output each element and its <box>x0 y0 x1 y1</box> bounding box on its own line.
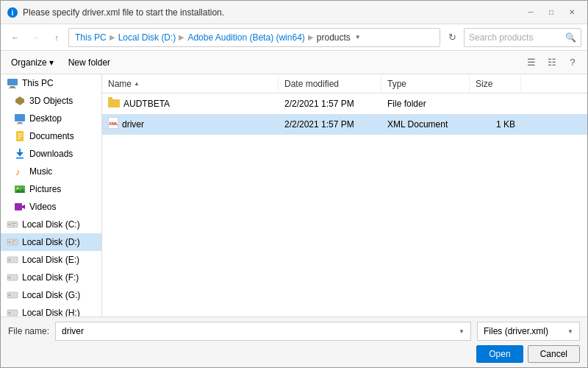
bottom-bar: File name: driver ▼ Files (driver.xml) ▼… <box>1 316 587 367</box>
file-list-header: Name ▲ Date modified Type Size <box>102 74 587 93</box>
filename-input[interactable]: driver ▼ <box>55 322 471 341</box>
sidebar-item-pictures[interactable]: Pictures <box>1 180 101 198</box>
cancel-button[interactable]: Cancel <box>528 345 580 363</box>
file-list-body: AUDTBETA 2/2/2021 1:57 PM File folder XM… <box>102 93 587 316</box>
sidebar-item-downloads[interactable]: Downloads <box>1 145 101 163</box>
svg-rect-26 <box>12 225 15 226</box>
toolbar: Organize ▾ New folder ☰ ☷ ? <box>1 51 587 74</box>
breadcrumb-this-pc[interactable]: This PC <box>75 32 107 43</box>
svg-point-24 <box>9 224 11 226</box>
sidebar-label-documents: Documents <box>29 131 74 141</box>
sidebar-item-3d-objects[interactable]: 3D Objects <box>1 92 101 110</box>
file-modified-audtbeta: 2/2/2021 1:57 PM <box>279 99 381 109</box>
close-button[interactable]: ✕ <box>562 5 581 20</box>
title-bar: i Please specify driver.xml file to star… <box>1 1 587 24</box>
forward-button[interactable]: → <box>27 29 45 46</box>
new-folder-button[interactable]: New folder <box>64 55 115 70</box>
svg-marker-15 <box>17 152 23 156</box>
downloads-icon <box>14 148 26 160</box>
file-modified-driver: 2/2/2021 1:57 PM <box>279 119 381 130</box>
breadcrumb-dropdown-icon[interactable]: ▼ <box>355 34 361 40</box>
sidebar-label-local-disk-f: Local Disk (F:) <box>22 272 79 283</box>
svg-rect-8 <box>17 124 23 124</box>
local-disk-d-icon <box>7 236 18 248</box>
table-row[interactable]: AUDTBETA 2/2/2021 1:57 PM File folder <box>102 93 587 114</box>
breadcrumb[interactable]: This PC ▶ Local Disk (D:) ▶ Adobe Auditi… <box>68 28 440 47</box>
local-disk-c-icon <box>7 219 18 230</box>
breadcrumb-current: products <box>317 32 351 43</box>
column-header-name[interactable]: Name ▲ <box>102 76 279 92</box>
sidebar-label-videos: Videos <box>29 202 56 212</box>
local-disk-f-icon <box>7 272 18 283</box>
refresh-button[interactable]: ↻ <box>443 29 461 46</box>
view-tiles-button[interactable]: ☷ <box>543 54 561 71</box>
filetype-select[interactable]: Files (driver.xml) ▼ <box>477 322 580 341</box>
svg-point-32 <box>9 259 11 261</box>
svg-point-34 <box>9 277 11 279</box>
sidebar-item-videos[interactable]: Videos <box>1 198 101 216</box>
filetype-dropdown-icon: ▼ <box>567 328 573 335</box>
svg-rect-3 <box>10 86 15 88</box>
back-button[interactable]: ← <box>7 29 24 46</box>
sidebar-label-local-disk-c: Local Disk (C:) <box>22 219 80 230</box>
svg-point-36 <box>9 294 11 297</box>
search-placeholder: Search products <box>469 32 533 43</box>
sidebar-item-local-disk-e[interactable]: Local Disk (E:) <box>1 251 101 269</box>
filetype-label: Files (driver.xml) <box>484 326 548 336</box>
search-box[interactable]: Search products 🔍 <box>464 28 581 47</box>
pictures-icon <box>14 183 26 195</box>
sidebar-item-local-disk-h[interactable]: Local Disk (H:) <box>1 304 101 316</box>
filename-label: File name: <box>8 326 49 336</box>
svg-rect-47 <box>108 97 112 100</box>
column-name-label: Name <box>108 79 132 89</box>
sidebar-label-music: Music <box>29 166 52 177</box>
table-row[interactable]: XML driver 2/2/2021 1:57 PM XML Document… <box>102 114 587 135</box>
column-type-label: Type <box>387 79 406 89</box>
sidebar-item-music[interactable]: ♪ Music <box>1 163 101 180</box>
sidebar-label-local-disk-d: Local Disk (D:) <box>22 237 80 247</box>
svg-point-28 <box>9 241 11 244</box>
column-header-size[interactable]: Size <box>470 76 521 92</box>
svg-rect-46 <box>108 99 113 107</box>
svg-point-38 <box>9 312 11 314</box>
sidebar-item-local-disk-c[interactable]: Local Disk (C:) <box>1 216 101 233</box>
sidebar-label-downloads: Downloads <box>29 149 73 159</box>
music-icon: ♪ <box>14 166 26 177</box>
column-header-modified[interactable]: Date modified <box>279 76 381 92</box>
sidebar-label-local-disk-h: Local Disk (H:) <box>22 308 80 316</box>
address-bar: ← → ↑ This PC ▶ Local Disk (D:) ▶ Adobe … <box>1 24 587 51</box>
svg-rect-30 <box>12 243 15 244</box>
open-button[interactable]: Open <box>476 345 523 363</box>
3d-objects-icon <box>14 95 26 107</box>
sidebar-item-this-pc[interactable]: This PC <box>1 74 101 92</box>
svg-marker-22 <box>22 205 25 209</box>
sidebar-item-local-disk-g[interactable]: Local Disk (G:) <box>1 286 101 304</box>
up-button[interactable]: ↑ <box>48 29 65 46</box>
sidebar-item-local-disk-f[interactable]: Local Disk (F:) <box>1 269 101 286</box>
action-row: Open Cancel <box>8 345 580 363</box>
breadcrumb-adobe-audition[interactable]: Adobe Audition (Beta) (win64) <box>187 32 304 43</box>
maximize-button[interactable]: □ <box>542 5 561 20</box>
documents-icon <box>14 130 26 142</box>
filename-dropdown-icon[interactable]: ▼ <box>459 328 465 335</box>
minimize-button[interactable]: ─ <box>521 5 540 20</box>
view-details-button[interactable]: ☰ <box>523 54 540 71</box>
svg-text:XML: XML <box>109 121 118 126</box>
main-content: This PC 3D Objects Deskt <box>1 74 587 316</box>
local-disk-e-icon <box>7 254 18 266</box>
organize-button[interactable]: Organize ▾ <box>7 55 58 70</box>
xml-file-icon: XML <box>108 117 118 131</box>
view-help-button[interactable]: ? <box>564 54 581 71</box>
sidebar-item-local-disk-d[interactable]: Local Disk (D:) <box>1 233 101 251</box>
file-open-dialog: i Please specify driver.xml file to star… <box>0 0 588 368</box>
sidebar-item-documents[interactable]: Documents <box>1 127 101 145</box>
column-header-type[interactable]: Type <box>381 76 470 92</box>
svg-point-19 <box>17 188 19 190</box>
file-name-driver: XML driver <box>102 117 279 131</box>
sidebar-item-desktop[interactable]: Desktop <box>1 110 101 127</box>
breadcrumb-local-disk-d[interactable]: Local Disk (D:) <box>118 32 176 43</box>
svg-rect-2 <box>7 79 18 85</box>
desktop-icon <box>14 113 26 124</box>
search-icon: 🔍 <box>565 32 576 43</box>
dialog-title: Please specify driver.xml file to start … <box>23 7 521 18</box>
